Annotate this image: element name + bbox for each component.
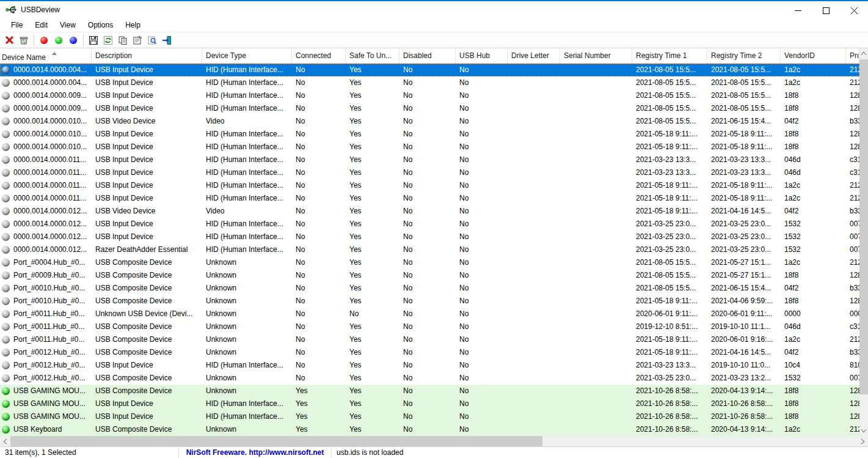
table-row[interactable]: 0000.0014.0000.009...USB Input DeviceHID…	[0, 89, 859, 102]
copy-icon[interactable]	[115, 33, 130, 47]
table-row[interactable]: 0000.0014.0000.012...USB Input DeviceHID…	[0, 218, 859, 231]
column-header-device_name[interactable]: Device Name	[0, 48, 92, 63]
cell-registry_time_2: 2019-10-10 11:1...	[707, 320, 781, 333]
column-header-vendor_id[interactable]: VendorID	[781, 48, 846, 63]
menu-help[interactable]: Help	[119, 20, 147, 31]
cell-registry_time_2: 2021-03-23 13:2...	[707, 372, 781, 385]
device-status-ball-icon	[2, 284, 10, 292]
cell-usb_hub: No	[456, 205, 508, 218]
maximize-button[interactable]	[812, 1, 840, 20]
cell-vendor_id: 18f8	[781, 89, 846, 102]
cell-product_id: 007	[846, 231, 859, 243]
cell-description: USB Input Device	[92, 102, 202, 115]
column-header-drive_letter[interactable]: Drive Letter	[508, 48, 560, 63]
table-row[interactable]: 0000.0014.0000.012...USB Video DeviceVid…	[0, 205, 859, 218]
exit-icon[interactable]	[159, 33, 174, 47]
table-row[interactable]: USB GAMING MOU...USB Input DeviceHID (Hu…	[0, 397, 859, 410]
refresh-icon[interactable]	[101, 33, 115, 47]
cell-device_name: 0000.0014.0000.011...	[0, 166, 92, 179]
disable-device-red-ball-icon[interactable]	[37, 33, 51, 47]
table-row[interactable]: USB GAMING MOU...USB Input DeviceHID (Hu…	[0, 410, 859, 423]
find-icon[interactable]	[145, 33, 159, 47]
cell-device_name: 0000.0014.0000.004...	[0, 64, 92, 76]
cell-disabled: No	[399, 115, 456, 128]
table-row[interactable]: 0000.0014.0000.010...USB Input DeviceHID…	[0, 141, 859, 153]
column-header-disabled[interactable]: Disabled	[399, 48, 456, 63]
table-row[interactable]: 0000.0014.0000.004...USB Input DeviceHID…	[0, 76, 859, 89]
save-icon[interactable]	[86, 33, 101, 47]
column-header-product_id[interactable]: Pro	[846, 48, 859, 63]
table-row[interactable]: Port_#0012.Hub_#0...USB Composite Device…	[0, 346, 859, 359]
cell-vendor_id: 18f8	[781, 102, 846, 115]
uninstall-x-icon[interactable]	[2, 33, 16, 47]
cell-product_id: 128	[846, 102, 859, 115]
table-row[interactable]: 0000.0014.0000.010...USB Video DeviceVid…	[0, 115, 859, 128]
column-header-description[interactable]: Description	[92, 48, 202, 63]
table-row[interactable]: 0000.0014.0000.009...USB Input DeviceHID…	[0, 102, 859, 115]
table-row[interactable]: 0000.0014.0000.010...USB Input DeviceHID…	[0, 128, 859, 141]
cell-vendor_id: 1a2c	[781, 76, 846, 89]
cell-connected: No	[292, 282, 346, 295]
cell-serial_number	[560, 64, 632, 76]
restart-device-blue-ball-icon[interactable]	[66, 33, 81, 47]
cell-drive_letter	[508, 166, 560, 179]
cell-safe_to_unplug: Yes	[346, 256, 399, 269]
table-row[interactable]: Port_#0011.Hub_#0...USB Composite Device…	[0, 320, 859, 333]
menu-view[interactable]: View	[54, 20, 82, 31]
horizontal-scrollbar[interactable]	[0, 436, 868, 446]
vertical-scroll-thumb[interactable]	[859, 59, 868, 394]
cell-device_type: Unknown	[202, 282, 292, 295]
table-row[interactable]: 0000.0014.0000.012...Razer DeathAdder Es…	[0, 243, 859, 256]
column-header-device_type[interactable]: Device Type	[202, 48, 292, 63]
cell-device_type: HID (Human Interface...	[202, 128, 292, 141]
table-row[interactable]: 0000.0014.0000.012...USB Input DeviceHID…	[0, 231, 859, 243]
table-row[interactable]: Port_#0010.Hub_#0...USB Composite Device…	[0, 282, 859, 295]
table-row[interactable]: USB GAMING MOU...USB Composite DeviceUnk…	[0, 385, 859, 397]
cell-drive_letter	[508, 397, 560, 410]
column-header-serial_number[interactable]: Serial Number	[560, 48, 632, 63]
table-row[interactable]: Port_#0010.Hub_#0...USB Composite Device…	[0, 295, 859, 308]
cell-description: USB Composite Device	[92, 295, 202, 308]
vertical-scrollbar[interactable]	[859, 48, 868, 436]
menu-file[interactable]: File	[5, 20, 29, 31]
cell-serial_number	[560, 385, 632, 397]
cell-usb_hub: No	[456, 269, 508, 282]
column-header-connected[interactable]: Connected	[292, 48, 346, 63]
enable-device-green-ball-icon[interactable]	[51, 33, 66, 47]
table-row[interactable]: 0000.0014.0000.011...USB Input DeviceHID…	[0, 166, 859, 179]
cell-registry_time_2: 2021-05-18 9:11:...	[707, 128, 781, 141]
cell-description: Razer DeathAdder Essential	[92, 243, 202, 256]
column-header-registry_time_1[interactable]: Registry Time 1	[632, 48, 707, 63]
scroll-left-icon[interactable]	[0, 436, 10, 446]
table-row[interactable]: USB KeyboardUSB Composite DeviceUnknownY…	[0, 423, 859, 436]
nirsoft-freeware-link[interactable]: NirSoft Freeware. http://www.nirsoft.net	[179, 447, 332, 458]
menu-edit[interactable]: Edit	[29, 20, 54, 31]
horizontal-scroll-thumb[interactable]	[10, 436, 542, 446]
table-row[interactable]: 0000.0014.0000.011...USB Input DeviceHID…	[0, 153, 859, 166]
scroll-up-icon[interactable]	[859, 48, 868, 59]
table-row[interactable]: 0000.0014.0000.011...USB Input DeviceHID…	[0, 192, 859, 205]
table-row[interactable]: Port_#0012.Hub_#0...USB Input DeviceHID …	[0, 359, 859, 372]
close-button[interactable]	[840, 1, 868, 20]
scroll-right-icon[interactable]	[858, 436, 868, 446]
column-header-safe_to_unplug[interactable]: Safe To Un...	[346, 48, 399, 63]
cell-usb_hub: No	[456, 102, 508, 115]
menu-options[interactable]: Options	[82, 20, 119, 31]
properties-icon[interactable]	[130, 33, 145, 47]
table-row[interactable]: 0000.0014.0000.011...USB Input DeviceHID…	[0, 179, 859, 192]
column-header-registry_time_2[interactable]: Registry Time 2	[707, 48, 781, 63]
table-row[interactable]: Port_#0004.Hub_#0...USB Composite Device…	[0, 256, 859, 269]
device-list: 0000.0014.0000.004...USB Input DeviceHID…	[0, 64, 859, 436]
table-row[interactable]: Port_#0011.Hub_#0...USB Composite Device…	[0, 333, 859, 346]
cell-disabled: No	[399, 333, 456, 346]
table-row[interactable]: 0000.0014.0000.004...USB Input DeviceHID…	[0, 64, 859, 76]
minimize-button[interactable]	[784, 1, 812, 20]
cell-registry_time_1: 2021-03-23 13:3...	[632, 153, 707, 166]
uninstall-device-bin-icon[interactable]	[16, 33, 31, 47]
table-row[interactable]: Port_#0012.Hub_#0...USB Composite Device…	[0, 372, 859, 385]
table-row[interactable]: Port_#0009.Hub_#0...USB Composite Device…	[0, 269, 859, 282]
scroll-down-icon[interactable]	[859, 426, 868, 436]
cell-device_name: 0000.0014.0000.009...	[0, 102, 92, 115]
table-row[interactable]: Port_#0011.Hub_#0...Unknown USB Device (…	[0, 308, 859, 320]
column-header-usb_hub[interactable]: USB Hub	[456, 48, 508, 63]
